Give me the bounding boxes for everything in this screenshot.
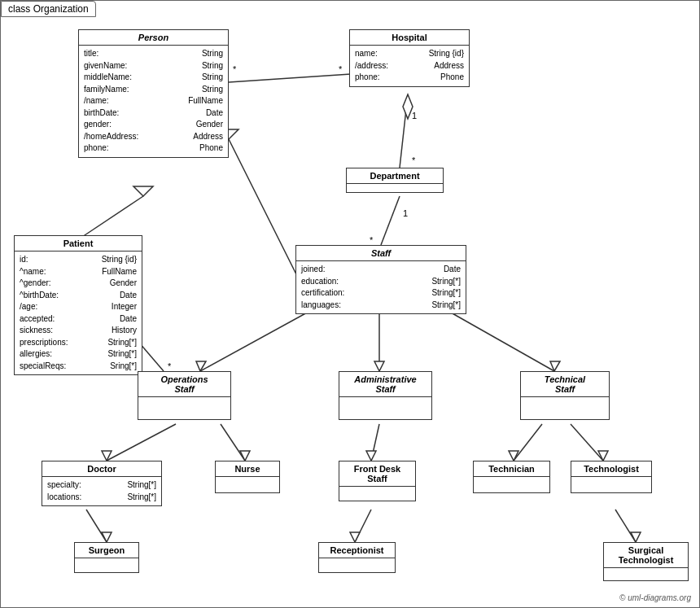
svg-text:*: *	[233, 64, 237, 74]
svg-line-7	[381, 196, 400, 245]
class-staff-name: Staff	[296, 246, 466, 261]
class-technologist-name: Technologist	[571, 461, 651, 477]
svg-marker-20	[374, 361, 384, 371]
svg-line-25	[221, 424, 245, 461]
class-administrative-staff: Administrative Staff	[339, 371, 432, 420]
class-operations-staff-name: Operations Staff	[138, 372, 230, 397]
class-surgical-technologist: Surgical Technologist	[603, 542, 689, 581]
class-technical-staff-attrs	[521, 397, 609, 402]
class-front-desk-staff-name: Front Desk Staff	[339, 461, 415, 487]
svg-marker-36	[350, 532, 360, 542]
svg-line-23	[107, 424, 176, 461]
svg-line-10	[82, 196, 143, 237]
class-receptionist-name: Receptionist	[319, 543, 395, 558]
svg-marker-28	[366, 451, 376, 461]
svg-text:*: *	[339, 64, 343, 74]
svg-line-14	[139, 343, 164, 371]
svg-marker-34	[102, 532, 112, 542]
class-person-attrs: title:String givenName:String middleName…	[79, 46, 228, 157]
class-operations-staff: Operations Staff	[138, 371, 231, 420]
class-person: Person title:String givenName:String mid…	[78, 29, 229, 158]
class-patient: Patient id:String {id} ^name:FullName ^g…	[14, 235, 142, 375]
class-technical-staff: Technical Staff	[520, 371, 610, 420]
class-doctor: Doctor specialty:String[*] locations:Str…	[42, 461, 162, 506]
class-front-desk-staff-attrs	[339, 487, 415, 492]
svg-marker-18	[196, 361, 206, 371]
class-administrative-staff-name: Administrative Staff	[339, 372, 431, 397]
class-hospital-attrs: name:String {id} /address:Address phone:…	[350, 46, 469, 86]
class-patient-attrs: id:String {id} ^name:FullName ^gender:Ge…	[15, 252, 142, 374]
svg-text:*: *	[412, 155, 416, 165]
svg-line-35	[355, 510, 371, 542]
copyright: © uml-diagrams.org	[619, 593, 691, 602]
class-surgical-technologist-name: Surgical Technologist	[604, 543, 688, 568]
svg-marker-32	[598, 451, 608, 461]
svg-line-31	[571, 424, 603, 461]
svg-line-27	[371, 424, 379, 461]
svg-marker-4	[403, 94, 413, 119]
class-surgeon-attrs	[75, 558, 138, 565]
svg-marker-38	[631, 532, 641, 542]
svg-line-33	[86, 510, 107, 542]
svg-marker-30	[509, 451, 518, 461]
svg-line-29	[514, 424, 542, 461]
class-department: Department	[346, 168, 444, 193]
class-doctor-attrs: specialty:String[*] locations:String[*]	[42, 477, 161, 505]
svg-text:1: 1	[412, 111, 417, 120]
svg-marker-22	[550, 361, 560, 371]
class-technologist-attrs	[571, 477, 651, 485]
svg-text:1: 1	[403, 208, 408, 218]
svg-line-0	[229, 74, 351, 82]
svg-text:*: *	[168, 361, 172, 371]
class-surgeon-name: Surgeon	[75, 543, 138, 558]
diagram-title: class Organization	[1, 1, 96, 17]
class-hospital-name: Hospital	[350, 30, 469, 46]
class-person-name: Person	[79, 30, 228, 46]
class-doctor-name: Doctor	[42, 461, 161, 477]
svg-line-12	[229, 139, 298, 278]
class-patient-name: Patient	[15, 236, 142, 252]
class-administrative-staff-attrs	[339, 397, 431, 402]
svg-marker-24	[102, 451, 112, 461]
class-surgeon: Surgeon	[74, 542, 139, 573]
diagram-container: class Organization * * 1 * 1 * * *	[0, 0, 700, 608]
svg-marker-11	[133, 186, 153, 196]
class-technician-attrs	[474, 477, 549, 485]
class-staff-attrs: joined:Date education:String[*] certific…	[296, 261, 466, 313]
class-receptionist: Receptionist	[318, 542, 396, 573]
class-surgical-technologist-attrs	[604, 568, 688, 573]
class-technologist: Technologist	[571, 461, 652, 493]
class-technical-staff-name: Technical Staff	[521, 372, 609, 397]
svg-marker-26	[240, 451, 250, 461]
class-nurse-name: Nurse	[216, 461, 279, 477]
class-technician-name: Technician	[474, 461, 549, 477]
class-hospital: Hospital name:String {id} /address:Addre…	[349, 29, 470, 87]
class-staff: Staff joined:Date education:String[*] ce…	[295, 245, 466, 314]
svg-line-3	[400, 94, 408, 168]
class-front-desk-staff: Front Desk Staff	[339, 461, 416, 501]
class-department-name: Department	[347, 168, 443, 184]
class-department-attrs	[347, 184, 443, 192]
class-nurse: Nurse	[215, 461, 280, 493]
class-receptionist-attrs	[319, 558, 395, 565]
class-operations-staff-attrs	[138, 397, 230, 402]
svg-line-37	[615, 510, 636, 542]
class-nurse-attrs	[216, 477, 279, 485]
svg-text:*: *	[370, 235, 374, 245]
class-technician: Technician	[473, 461, 550, 493]
